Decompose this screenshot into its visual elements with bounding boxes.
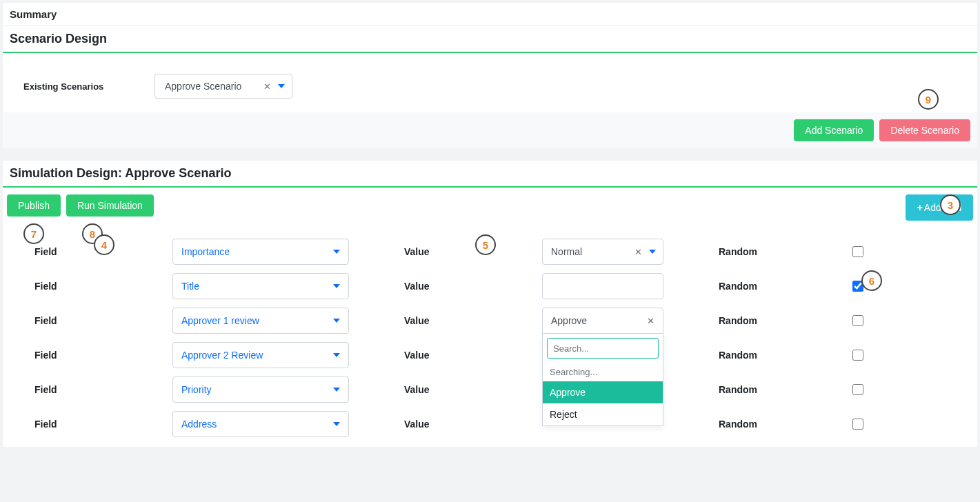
field-select[interactable]: Approver 1 review — [172, 308, 349, 334]
value-input[interactable] — [542, 273, 663, 299]
field-row: Field Approver 2 Review Value Random — [3, 338, 977, 372]
simulation-design-panel: Simulation Design: Approve Scenario Publ… — [3, 161, 977, 447]
chevron-down-icon — [333, 284, 340, 288]
chevron-down-icon — [333, 250, 340, 254]
random-label: Random — [719, 315, 850, 326]
value-dropdown: Searching... Approve Reject — [542, 334, 663, 426]
field-label: Field — [7, 419, 172, 430]
close-icon[interactable]: ✕ — [634, 247, 642, 257]
random-checkbox[interactable] — [852, 419, 863, 430]
random-label: Random — [719, 419, 850, 430]
random-checkbox[interactable] — [852, 350, 863, 361]
field-row: Field Approver 1 review Value Approve ✕ … — [3, 303, 977, 338]
chevron-down-icon — [333, 319, 340, 323]
add-field-button[interactable]: +Add field — [906, 194, 973, 221]
value-label: Value — [404, 384, 542, 395]
random-checkbox[interactable] — [852, 315, 863, 326]
value-label: Value — [404, 350, 542, 361]
random-label: Random — [719, 384, 850, 395]
random-label: Random — [719, 350, 850, 361]
chevron-down-icon — [333, 388, 340, 392]
random-checkbox[interactable] — [852, 281, 863, 292]
field-select[interactable]: Importance — [172, 239, 349, 265]
field-select[interactable]: Address — [172, 411, 349, 437]
dropdown-option[interactable]: Approve — [543, 381, 663, 403]
random-checkbox[interactable] — [852, 384, 863, 395]
add-scenario-button[interactable]: Add Scenario — [794, 119, 874, 141]
dropdown-status: Searching... — [543, 363, 663, 381]
close-icon[interactable]: ✕ — [647, 316, 654, 326]
field-label: Field — [7, 350, 172, 361]
delete-scenario-button[interactable]: Delete Scenario — [879, 119, 970, 141]
random-label: Random — [719, 246, 850, 257]
field-select[interactable]: Approver 2 Review — [172, 342, 349, 368]
close-icon[interactable]: ✕ — [263, 81, 271, 92]
field-row: Field Address Value Random — [3, 407, 977, 441]
summary-title: Summary — [3, 3, 977, 26]
value-label: Value — [404, 281, 542, 292]
existing-scenarios-value: Approve Scenario — [165, 81, 241, 92]
value-label: Value — [404, 246, 542, 257]
random-label: Random — [719, 281, 850, 292]
chevron-down-icon — [333, 353, 340, 357]
chevron-down-icon — [649, 250, 656, 254]
scenario-design-title: Scenario Design — [3, 26, 977, 53]
field-label: Field — [7, 246, 172, 257]
value-select[interactable]: Normal ✕ — [542, 239, 663, 265]
value-select[interactable]: Approve ✕ — [542, 308, 663, 334]
field-row: Field Title Value Random 6 — [3, 269, 977, 303]
chevron-down-icon — [333, 422, 340, 426]
publish-button[interactable]: Publish — [7, 194, 61, 217]
value-label: Value — [404, 419, 542, 430]
field-label: Field — [7, 384, 172, 395]
field-select[interactable]: Title — [172, 273, 349, 299]
simulation-design-title: Simulation Design: Approve Scenario — [3, 161, 977, 188]
random-checkbox[interactable] — [852, 246, 863, 257]
run-simulation-button[interactable]: Run Simulation — [66, 194, 154, 217]
existing-scenarios-label: Existing Scenarios — [23, 81, 154, 92]
dropdown-option[interactable]: Reject — [543, 403, 663, 425]
value-label: Value — [404, 315, 542, 326]
field-label: Field — [7, 315, 172, 326]
dropdown-search-input[interactable] — [547, 338, 659, 359]
field-select[interactable]: Priority — [172, 376, 349, 403]
summary-panel: Summary Scenario Design Existing Scenari… — [3, 3, 977, 148]
field-row: Field Importance Value Normal ✕ Random 4… — [3, 234, 977, 269]
field-row: Field Priority Value Random — [3, 372, 977, 407]
existing-scenarios-select[interactable]: Approve Scenario ✕ — [154, 74, 292, 99]
field-label: Field — [7, 281, 172, 292]
chevron-down-icon — [278, 84, 285, 88]
plus-icon: + — [917, 202, 923, 213]
